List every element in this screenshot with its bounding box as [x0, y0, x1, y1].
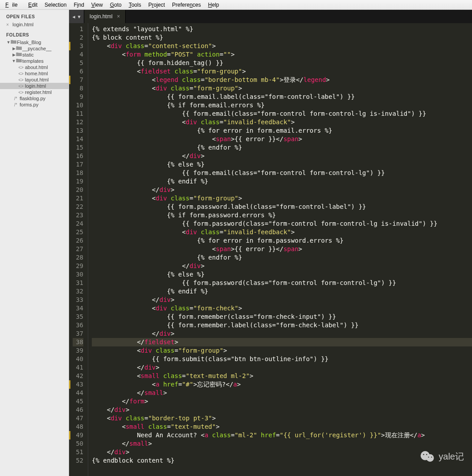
file-icon: /*	[12, 96, 20, 101]
file-item[interactable]: <>layout.html	[0, 77, 69, 83]
svg-point-1	[427, 454, 434, 462]
file-item[interactable]: <>about.html	[0, 64, 69, 70]
watermark-text: yale记	[439, 451, 464, 463]
folder-templates[interactable]: ▼ templates	[0, 58, 69, 64]
close-file-icon[interactable]: ×	[6, 22, 11, 27]
folders-header: FOLDERS	[0, 28, 69, 39]
file-item[interactable]: /*flaskblog.py	[0, 95, 69, 102]
file-icon: <>	[17, 65, 25, 70]
menu-project[interactable]: Project	[145, 1, 168, 9]
menu-tools[interactable]: Tools	[125, 1, 145, 9]
file-icon: /*	[12, 102, 20, 107]
folder-icon	[16, 58, 22, 64]
line-gutter[interactable]: 1234567891011121314151617181920212223242…	[69, 23, 88, 476]
file-item[interactable]: <>home.html	[0, 70, 69, 77]
file-icon: <>	[17, 71, 25, 76]
watermark: yale记	[420, 450, 464, 463]
code-area[interactable]: {% extends "layout.html" %}{% block cont…	[88, 23, 472, 476]
folder-static[interactable]: ▶ static	[0, 52, 69, 58]
svg-point-5	[431, 457, 432, 458]
menu-help[interactable]: Help	[205, 1, 223, 9]
tab-title: login.html	[90, 13, 112, 20]
menu-edit[interactable]: Edit	[25, 1, 41, 9]
folder-icon	[16, 52, 22, 57]
svg-point-2	[423, 454, 425, 455]
folder-root[interactable]: ▼ Flask_Blog	[0, 39, 69, 45]
folder-pycache[interactable]: ▶ __pycache__	[0, 45, 69, 52]
sidebar: OPEN FILES × login.html FOLDERS ▼ Flask_…	[0, 10, 69, 476]
menu-preferences[interactable]: Preferences	[168, 1, 205, 9]
tab-login[interactable]: login.html ×	[84, 10, 126, 23]
editor: ◀ ▼ login.html × 12345678910111213141516…	[69, 10, 472, 476]
tab-list-dropdown-icon[interactable]: ◀ ▼	[69, 10, 84, 23]
open-files-header: OPEN FILES	[0, 10, 69, 21]
open-file-item[interactable]: × login.html	[0, 21, 69, 28]
tab-bar: ◀ ▼ login.html ×	[69, 10, 472, 23]
svg-point-4	[428, 457, 429, 458]
file-item[interactable]: /*forms.py	[0, 102, 69, 108]
open-file-name: login.html	[12, 22, 33, 27]
chevron-down-icon: ▼	[6, 40, 11, 45]
menu-file[interactable]: File	[2, 1, 25, 9]
file-item[interactable]: <>register.html	[0, 89, 69, 95]
file-icon: <>	[17, 90, 25, 95]
file-icon: <>	[17, 84, 25, 89]
folder-icon	[16, 46, 22, 51]
menu-find[interactable]: Find	[70, 1, 87, 9]
svg-point-3	[426, 454, 427, 455]
menu-bar: File Edit Selection Find View Goto Tools…	[0, 0, 472, 10]
chevron-down-icon: ▼	[12, 59, 16, 63]
menu-selection[interactable]: Selection	[41, 1, 70, 9]
close-tab-icon[interactable]: ×	[117, 13, 120, 20]
file-item[interactable]: <>login.html	[0, 83, 69, 89]
folder-icon	[11, 40, 17, 45]
wechat-icon	[420, 450, 435, 463]
file-icon: <>	[17, 77, 25, 82]
menu-goto[interactable]: Goto	[107, 1, 125, 9]
chevron-right-icon: ▶	[12, 53, 16, 57]
chevron-right-icon: ▶	[12, 46, 16, 51]
menu-view[interactable]: View	[88, 1, 107, 9]
